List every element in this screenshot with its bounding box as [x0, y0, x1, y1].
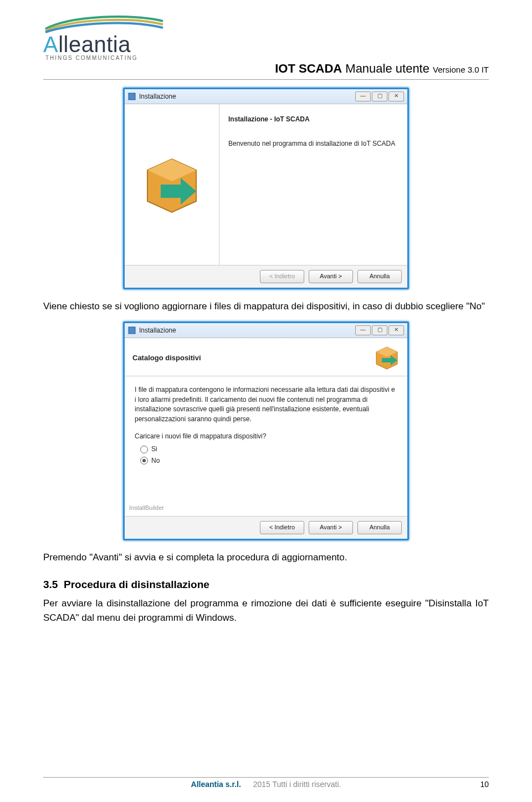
minimize-button[interactable]: —	[355, 325, 371, 335]
svg-rect-4	[129, 327, 135, 334]
next-button-2[interactable]: Avanti >	[309, 521, 353, 534]
logo-name: Alleantia	[43, 32, 131, 57]
header-version: Versione 3.0 IT	[433, 65, 489, 74]
logo-block: Alleantia THINGS COMMUNICATING	[43, 12, 489, 65]
installbuilder-label: InstallBuilder	[129, 504, 164, 513]
section-heading: 3.5 Procedura di disinstallazione	[43, 579, 489, 591]
installer-window-2: Installazione — ▢ ✕ Catalogo dispositivi…	[123, 321, 409, 540]
installer2-question: Caricare i nuovi file di mappatura dispo…	[135, 432, 397, 441]
back-button-1[interactable]: < Indietro	[260, 270, 304, 283]
back-button-2[interactable]: < Indietro	[260, 521, 304, 534]
radio-option-no[interactable]: No	[140, 456, 397, 466]
titlebar-2[interactable]: Installazione — ▢ ✕	[125, 323, 407, 338]
paragraph-1: Viene chiesto se si vogliono aggiornare …	[43, 299, 489, 314]
maximize-button[interactable]: ▢	[372, 91, 387, 101]
package-arrow-icon	[139, 151, 205, 218]
close-button[interactable]: ✕	[388, 325, 404, 335]
radio-icon	[140, 457, 148, 464]
radio-icon	[140, 446, 148, 453]
footer-rights: 2015 Tutti i diritti riservati.	[253, 780, 341, 789]
titlebar-1[interactable]: Installazione — ▢ ✕	[125, 89, 407, 104]
installer2-body: I file di mappatura contengono le inform…	[135, 385, 397, 424]
page-footer: Alleantia s.r.l. 2015 Tutti i diritti ri…	[43, 777, 489, 789]
installer1-heading: Installazione - IoT SCADA	[228, 115, 398, 123]
maximize-button[interactable]: ▢	[372, 325, 387, 335]
paragraph-3: Per avviare la disinstallazione del prog…	[43, 596, 489, 626]
app-icon	[128, 326, 136, 334]
radio-no-label: No	[151, 456, 160, 466]
app-icon	[128, 93, 136, 100]
installer1-welcome: Benvenuto nel programma di installazione…	[228, 140, 398, 147]
header-divider	[43, 79, 489, 80]
cancel-button-1[interactable]: Annulla	[357, 270, 402, 283]
radio-option-yes[interactable]: Si	[140, 445, 397, 454]
next-button-1[interactable]: Avanti >	[309, 270, 353, 283]
window-title-2: Installazione	[139, 326, 355, 334]
installer2-subtitle: Catalogo dispositivi	[132, 354, 201, 362]
footer-company: Alleantia s.r.l.	[191, 780, 241, 789]
radio-yes-label: Si	[151, 445, 157, 454]
section-title-text: Procedura di disinstallazione	[64, 579, 209, 590]
installer-window-1: Installazione — ▢ ✕ Installazione - IoT …	[123, 88, 409, 289]
package-arrow-icon	[374, 345, 400, 370]
minimize-button[interactable]: —	[355, 91, 371, 101]
logo-tagline: THINGS COMMUNICATING	[45, 55, 489, 61]
cancel-button-2[interactable]: Annulla	[357, 521, 402, 534]
close-button[interactable]: ✕	[388, 91, 404, 101]
svg-rect-0	[129, 93, 135, 100]
paragraph-2: Premendo "Avanti" si avvia e si completa…	[43, 550, 489, 565]
window-title-1: Installazione	[139, 93, 355, 100]
section-num: 3.5	[43, 579, 58, 590]
